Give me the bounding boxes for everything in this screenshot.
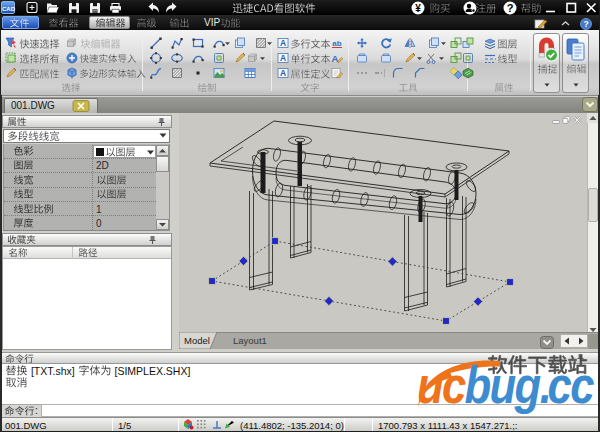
svg-text:A: A: [332, 53, 339, 64]
svg-text:?: ?: [583, 19, 588, 29]
svg-text:A: A: [280, 38, 286, 48]
svg-text:?: ?: [507, 2, 514, 14]
svg-text:ab: ab: [332, 39, 341, 48]
svg-text:A: A: [280, 68, 286, 78]
svg-text:A: A: [280, 53, 286, 63]
svg-text:¥: ¥: [415, 3, 421, 14]
